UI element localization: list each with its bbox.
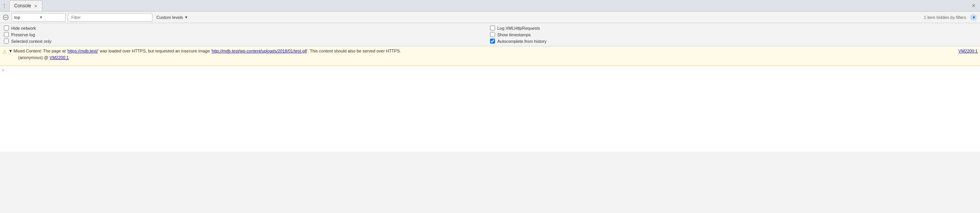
console-empty-area bbox=[0, 74, 980, 152]
preserve-log-checkbox[interactable] bbox=[4, 32, 9, 37]
expand-toggle-icon[interactable]: ▼ bbox=[8, 48, 13, 64]
log-xmlhttprequests-checkbox[interactable] bbox=[490, 25, 495, 30]
warning-text-end: '. This content should also be served ov… bbox=[307, 49, 401, 53]
custom-levels-button[interactable]: Custom levels ▼ bbox=[155, 14, 190, 20]
warning-text-middle: ' was loaded over HTTPS, but requested a… bbox=[98, 49, 212, 53]
hide-network-label: Hide network bbox=[11, 26, 36, 30]
context-arrow-icon: ▼ bbox=[39, 15, 63, 19]
show-timestamps-label: Show timestamps bbox=[497, 32, 531, 37]
show-timestamps-checkbox[interactable] bbox=[490, 32, 495, 37]
warning-source-link[interactable]: VM2200:1 bbox=[958, 48, 978, 64]
preserve-log-checkbox-row[interactable]: Preserve log bbox=[4, 32, 490, 37]
tab-label: Console bbox=[14, 3, 31, 8]
warning-link2[interactable]: http://mdb.test/wp-content/uploads/2018/… bbox=[212, 49, 307, 53]
warning-message-text: Mixed Content: The page at 'https://mdb.… bbox=[13, 48, 955, 64]
warning-message: ⚠ ▼ Mixed Content: The page at 'https://… bbox=[0, 46, 980, 66]
prompt-chevron-icon[interactable]: › bbox=[2, 68, 4, 73]
hidden-items-text: 1 item hidden by filters bbox=[924, 15, 966, 20]
devtools-menu-icon[interactable]: ⋮ bbox=[2, 3, 7, 9]
log-xmlhttprequests-checkbox-row[interactable]: Log XMLHttpRequests bbox=[490, 25, 976, 30]
context-value: top bbox=[14, 15, 38, 20]
show-timestamps-checkbox-row[interactable]: Show timestamps bbox=[490, 32, 976, 37]
tab-bar: ⋮ Console × × bbox=[0, 0, 980, 12]
context-selector[interactable]: top ▼ bbox=[12, 13, 65, 22]
custom-levels-arrow-icon: ▼ bbox=[185, 15, 188, 19]
autocomplete-history-checkbox[interactable] bbox=[490, 39, 495, 44]
warning-stack-link[interactable]: VM2200:1 bbox=[50, 55, 69, 60]
selected-context-checkbox-row[interactable]: Selected context only bbox=[4, 39, 490, 44]
console-prompt-line: › bbox=[0, 66, 980, 74]
tab-close-icon[interactable]: × bbox=[34, 3, 37, 9]
settings-gear-icon[interactable] bbox=[970, 14, 978, 21]
checkboxes-col-right: Log XMLHttpRequests Show timestamps Auto… bbox=[490, 23, 976, 46]
hide-network-checkbox[interactable] bbox=[4, 25, 9, 30]
checkboxes-panel: Hide network Preserve log Selected conte… bbox=[0, 23, 980, 46]
console-tab[interactable]: Console × bbox=[9, 0, 42, 11]
checkboxes-col-left: Hide network Preserve log Selected conte… bbox=[4, 23, 490, 46]
selected-context-checkbox[interactable] bbox=[4, 39, 9, 44]
warning-text-before: Mixed Content: The page at ' bbox=[13, 49, 68, 53]
console-toolbar: top ▼ Custom levels ▼ 1 item hidden by f… bbox=[0, 12, 980, 23]
toolbar-right: 1 item hidden by filters bbox=[924, 14, 978, 21]
preserve-log-label: Preserve log bbox=[11, 32, 35, 37]
warning-link1[interactable]: https://mdb.test/ bbox=[68, 49, 98, 53]
log-xmlhttprequests-label: Log XMLHttpRequests bbox=[497, 26, 540, 30]
console-input[interactable] bbox=[5, 68, 978, 73]
block-icon[interactable] bbox=[2, 14, 9, 21]
window-close-icon[interactable]: × bbox=[969, 2, 978, 9]
autocomplete-history-label: Autocomplete from history bbox=[497, 39, 547, 44]
filter-input[interactable] bbox=[68, 13, 153, 22]
warning-stack-line: (anonymous) @ bbox=[13, 55, 50, 60]
warning-triangle-icon: ⚠ bbox=[2, 48, 7, 64]
selected-context-label: Selected context only bbox=[11, 39, 52, 44]
console-output: ⚠ ▼ Mixed Content: The page at 'https://… bbox=[0, 46, 980, 152]
autocomplete-history-checkbox-row[interactable]: Autocomplete from history bbox=[490, 39, 976, 44]
hide-network-checkbox-row[interactable]: Hide network bbox=[4, 25, 490, 30]
custom-levels-label: Custom levels bbox=[156, 15, 183, 20]
